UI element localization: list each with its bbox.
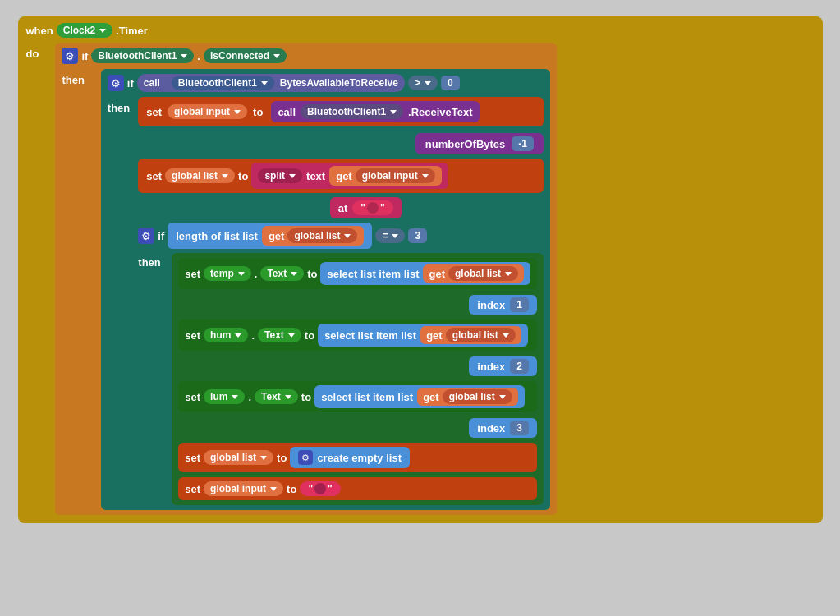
global-input-dropdown[interactable]: global input: [168, 104, 247, 119]
get-list1-dropdown[interactable]: global list: [448, 266, 518, 281]
create-empty-label: create empty list: [317, 452, 402, 464]
lum-text-dropdown[interactable]: Text: [255, 389, 298, 404]
canvas: when Clock2 .Timer do ⚙ if: [18, 16, 823, 600]
eq-arrow: [392, 234, 398, 238]
hum-text-dropdown[interactable]: Text: [258, 328, 301, 342]
call-bytes-block: call BluetoothClient1 BytesAvailableToRe…: [137, 74, 405, 92]
lum-dropdown[interactable]: lum: [204, 389, 245, 404]
global-list2-dropdown[interactable]: global list: [204, 450, 273, 465]
split-dropdown[interactable]: split: [258, 168, 302, 183]
to1-label: to: [253, 106, 263, 118]
dot2: .: [251, 329, 255, 342]
index1-label: index: [477, 299, 505, 311]
hum-dropdown[interactable]: hum: [204, 328, 248, 342]
get-global-input-dropdown[interactable]: global input: [356, 168, 435, 183]
set2-label: set: [146, 170, 162, 182]
length-label: length of list list: [176, 230, 258, 242]
lum-label: lum: [210, 391, 227, 402]
get1-label: get: [336, 170, 352, 182]
hum-label: hum: [210, 329, 231, 341]
lum-text-arrow: [285, 395, 291, 399]
get-global-list-dropdown[interactable]: global list: [287, 228, 357, 243]
to7-label: to: [287, 483, 296, 495]
clock2-label: Clock2: [63, 25, 95, 36]
eq-operator[interactable]: =: [375, 228, 405, 243]
set-list-empty-row: set global list to: [178, 443, 537, 472]
bt-client3-dropdown[interactable]: BluetoothClient1: [301, 104, 403, 119]
three-val: 3: [408, 228, 427, 243]
get-list3-dropdown[interactable]: global list: [443, 389, 512, 404]
global-input-label: global input: [174, 106, 230, 117]
bt-client1-dropdown[interactable]: BluetoothClient1: [91, 48, 194, 63]
get-global-list-block: get global list: [262, 226, 365, 246]
set-global-list-block: set global list to split: [138, 159, 544, 193]
gear-icon-2[interactable]: ⚙: [108, 75, 124, 91]
do-row: do ⚙ if BluetoothClient1 . IsCo: [26, 43, 815, 515]
bt-client2-dropdown[interactable]: BluetoothClient1: [172, 76, 274, 90]
set-input-row: set global input to call: [138, 97, 544, 126]
green-container: set temp .: [172, 253, 544, 505]
if1-label: if: [81, 50, 88, 62]
dot-label-1: .: [197, 50, 200, 62]
bt-client3-arrow: [390, 110, 397, 114]
gt-operator[interactable]: >: [408, 76, 438, 90]
index1-row: index 1: [178, 295, 537, 315]
when-row: when Clock2 .Timer: [26, 23, 815, 38]
index2-label: index: [477, 361, 505, 373]
set-lum-row: set lum .: [178, 381, 537, 412]
if1-row: ⚙ if BluetoothClient1 . IsConnected: [62, 48, 550, 64]
set-temp-block: set temp .: [178, 258, 537, 315]
global-input2-label: global input: [210, 483, 266, 494]
select-item3-block: select list item list get global list: [314, 385, 525, 408]
call-receive-block: call BluetoothClient1 .ReceiveText: [271, 101, 479, 122]
at-block: at " ": [330, 197, 402, 218]
gear-icon-3[interactable]: ⚙: [138, 228, 154, 244]
is-connected-label: IsConnected: [210, 50, 269, 62]
get-list2-label: global list: [452, 329, 498, 341]
lum-text-label: Text: [261, 391, 281, 402]
call-label: call: [144, 77, 160, 89]
get-global-list-label: global list: [294, 230, 340, 241]
clock2-dropdown[interactable]: Clock2: [57, 23, 112, 38]
then1-row: then ⚙ if call: [62, 69, 550, 510]
set-hum-block: set hum .: [178, 319, 537, 376]
bt-client1-arrow: [181, 54, 187, 58]
temp-text-dropdown[interactable]: Text: [260, 266, 304, 281]
global-list2-label: global list: [210, 452, 256, 463]
outer-block: when Clock2 .Timer do ⚙ if: [18, 16, 823, 523]
global-list-dropdown[interactable]: global list: [165, 168, 235, 183]
clock2-arrow-icon: [99, 29, 106, 33]
set3-label: set: [185, 452, 200, 464]
then1-label: then: [62, 69, 84, 86]
index3-val: 3: [510, 421, 529, 435]
if2-label: if: [127, 77, 134, 90]
to5-label: to: [301, 391, 311, 403]
get-list3-arrow: [499, 395, 506, 399]
global-input2-dropdown[interactable]: global input: [204, 481, 283, 496]
index2-val: 2: [510, 359, 529, 374]
timer-label: .Timer: [116, 25, 148, 37]
if3-row: ⚙ if length of list list get: [138, 223, 544, 249]
empty-string-block: " ": [300, 481, 340, 496]
index3-block: index 3: [469, 418, 537, 438]
is-connected-arrow: [273, 54, 280, 58]
bt-client3-label: BluetoothClient1: [307, 106, 386, 117]
numberbytes-block: numberOfBytes -1: [415, 133, 544, 154]
set-global-input-block: set global input to call: [138, 97, 544, 154]
set-lum-block: set lum .: [178, 381, 537, 438]
gear-icon-4: ⚙: [298, 450, 313, 465]
select3-label: select list item list: [321, 391, 413, 403]
pipe-string: " ": [352, 200, 392, 215]
temp-label: temp: [210, 268, 234, 279]
global-list-arrow: [222, 174, 228, 178]
bytes-label: BytesAvailableToReceive: [280, 77, 398, 89]
temp-dropdown[interactable]: temp: [204, 266, 251, 281]
gear-icon-1[interactable]: ⚙: [62, 48, 78, 64]
then3-label: then: [138, 253, 167, 269]
receive-text-label: .ReceiveText: [408, 106, 473, 118]
get-list2-block: get global list: [420, 326, 521, 344]
bt-client1-label: BluetoothClient1: [98, 50, 177, 62]
is-connected-dropdown[interactable]: IsConnected: [204, 48, 287, 63]
get-list2-dropdown[interactable]: global list: [446, 328, 516, 342]
temp-text-label: Text: [267, 268, 287, 279]
